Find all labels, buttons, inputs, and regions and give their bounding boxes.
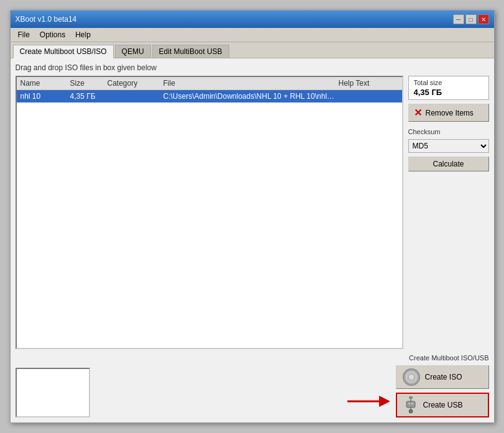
col-category: Category [106,78,162,88]
title-bar: XBoot v1.0 beta14 ─ □ ✕ [11,11,494,28]
menu-help[interactable]: Help [70,29,96,40]
checksum-select[interactable]: MD5 SHA1 SHA256 [408,139,489,153]
calculate-button[interactable]: Calculate [408,157,489,171]
remove-icon: ✕ [414,107,422,119]
col-name: Name [19,78,69,88]
file-list-container: Name Size Category File Help Text nhl 10… [16,76,403,349]
create-iso-label: Create ISO [425,373,462,381]
drag-hint: Drag and drop ISO files in box given bel… [16,63,489,72]
main-panel: Name Size Category File Help Text nhl 10… [16,76,489,349]
svg-point-7 [409,409,413,413]
cell-file: C:\Users\Admin\Downloads\NHL 10 + RHL 10… [162,91,337,101]
checksum-label: Checksum [408,128,489,135]
cell-helptext [337,96,400,97]
svg-rect-5 [408,403,410,404]
remove-items-button[interactable]: ✕ Remove Items [408,104,489,122]
arrow-indicator [346,392,390,412]
cell-category [106,96,162,97]
maximize-button[interactable]: □ [465,14,477,24]
svg-rect-2 [409,396,413,399]
menubar: File Options Help [11,28,494,42]
tab-qemu[interactable]: QEMU [115,45,151,58]
list-body: nhl 10 4,35 ГБ C:\Users\Admin\Downloads\… [17,90,402,348]
tabs-bar: Create Multiboot USB/ISO QEMU Edit Multi… [11,42,494,58]
usb-icon [403,396,418,414]
create-usb-label: Create USB [423,401,463,409]
create-iso-button[interactable]: Create ISO [396,365,489,389]
window-title: XBoot v1.0 beta14 [16,15,77,24]
tab-create-multiboot[interactable]: Create Multiboot USB/ISO [13,45,114,58]
col-size: Size [69,78,106,88]
total-size-label: Total size [414,79,483,86]
tab-edit-multiboot[interactable]: Edit MultiBoot USB [152,45,229,58]
col-file: File [162,78,337,88]
bottom-area: Create Multiboot ISO/USB Create ISO [16,349,489,417]
table-row[interactable]: nhl 10 4,35 ГБ C:\Users\Admin\Downloads\… [17,90,402,103]
list-header: Name Size Category File Help Text [17,77,402,90]
main-window: XBoot v1.0 beta14 ─ □ ✕ File Options Hel… [10,10,495,423]
col-helptext: Help Text [337,78,400,88]
svg-rect-4 [406,401,415,408]
right-panel: Total size 4,35 ГБ ✕ Remove Items Checks… [408,76,489,349]
total-size-box: Total size 4,35 ГБ [408,76,489,100]
create-multiboot-label: Create Multiboot ISO/USB [409,354,488,362]
menu-file[interactable]: File [13,29,35,40]
cell-size: 4,35 ГБ [69,91,106,101]
content-area: Drag and drop ISO files in box given bel… [11,58,494,422]
title-bar-buttons: ─ □ ✕ [453,14,489,24]
menu-options[interactable]: Options [35,29,70,40]
cell-name: nhl 10 [19,91,69,101]
bottom-preview [16,368,90,417]
total-size-value: 4,35 ГБ [414,88,483,97]
dvd-icon [403,368,420,386]
minimize-button[interactable]: ─ [453,14,464,24]
bottom-right: Create Multiboot ISO/USB Create ISO [396,354,489,417]
svg-rect-6 [411,403,413,404]
close-button[interactable]: ✕ [478,14,489,24]
create-usb-button[interactable]: Create USB [396,393,489,417]
remove-items-label: Remove Items [426,109,474,117]
